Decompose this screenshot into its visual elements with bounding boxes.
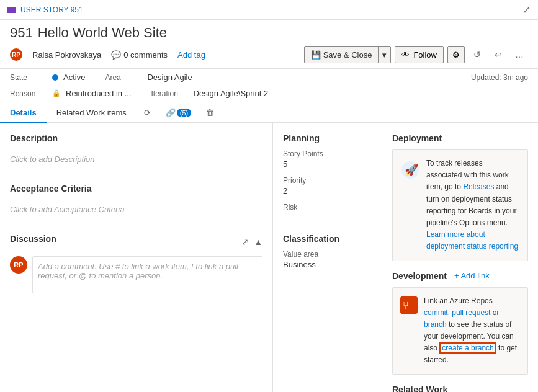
save-close-button[interactable]: 💾 Save & Close ▾ — [304, 46, 392, 63]
dev-or-text: or — [490, 308, 499, 317]
classification-section: Classification Value area Business — [283, 234, 382, 269]
save-close-main[interactable]: 💾 Save & Close — [305, 47, 379, 63]
title-row: 951 Hello World Web Site — [0, 20, 538, 43]
svg-text:🚀: 🚀 — [405, 163, 419, 177]
trash-icon: 🗑 — [206, 108, 214, 117]
discussion-avatar: RP — [10, 256, 27, 274]
dev-desc-prefix: Link an Azure Repos — [424, 296, 493, 305]
risk-field: Risk — [283, 203, 382, 224]
expand-icon[interactable]: ⤢ — [522, 4, 531, 16]
eye-icon: 👁 — [401, 50, 410, 60]
related-work-title: Related Work — [392, 385, 528, 392]
area-field: Area Design Agile — [105, 73, 192, 82]
area-value[interactable]: Design Agile — [147, 73, 192, 82]
comments-count: 0 comments — [123, 50, 168, 60]
meta-row: RP Raisa Pokrovskaya 💬 0 comments Add ta… — [0, 43, 538, 69]
discussion-header: Discussion ⤢ ▲ — [10, 234, 262, 250]
branch-link[interactable]: branch — [424, 320, 447, 329]
ellipsis-icon: … — [515, 50, 524, 60]
add-tag-button[interactable]: Add tag — [177, 50, 205, 60]
pull-request-link[interactable]: pull request — [452, 308, 490, 317]
updated-text: Updated: 3m ago — [471, 73, 528, 82]
development-title: Development — [392, 271, 447, 281]
state-field: State Active — [10, 73, 85, 82]
meta-right: 💾 Save & Close ▾ 👁 Follow ⚙ ↺ ↩ … — [304, 46, 528, 63]
work-item-title[interactable]: Hello World Web Site — [38, 25, 167, 41]
reason-value[interactable]: Reintroduced in ... — [66, 89, 132, 98]
deployment-text: To track releases associated with this w… — [426, 158, 520, 253]
story-points-field: Story Points 5 — [283, 149, 382, 169]
releases-link[interactable]: Releases — [463, 182, 494, 191]
follow-button[interactable]: 👁 Follow — [395, 46, 444, 63]
acceptance-criteria-placeholder[interactable]: Click to add Acceptance Criteria — [10, 200, 262, 219]
tab-related-work-items[interactable]: Related Work items — [47, 103, 137, 123]
discussion-actions: ⤢ ▲ — [241, 237, 262, 247]
save-close-dropdown[interactable]: ▾ — [379, 47, 390, 63]
save-icon: 💾 — [311, 50, 321, 60]
risk-value[interactable] — [283, 213, 382, 224]
development-box: ⑂ Link an Azure Repos commit, pull reque… — [392, 287, 528, 375]
discussion-input[interactable]: Add a comment. Use # to link a work item… — [32, 256, 262, 293]
reason-field: Reason 🔒 Reintroduced in ... — [10, 89, 132, 98]
svg-text:⑂: ⑂ — [403, 300, 409, 311]
related-work-section: Related Work — [392, 385, 528, 392]
acceptance-criteria-title: Acceptance Criteria — [10, 184, 262, 194]
undo-button[interactable]: ↩ — [490, 46, 507, 63]
commit-link[interactable]: commit — [424, 308, 448, 317]
settings-button[interactable]: ⚙ — [447, 46, 465, 63]
avatar: RP — [10, 48, 22, 61]
top-bar: USER STORY 951 ⤢ — [0, 0, 538, 20]
description-placeholder[interactable]: Click to add Description — [10, 149, 262, 169]
description-title: Description — [10, 133, 262, 143]
deployment-icon: 🚀 — [400, 160, 420, 180]
deployment-column: Deployment 🚀 To track releases associate… — [392, 133, 528, 391]
left-panel: Description Click to add Description Acc… — [0, 123, 273, 392]
learn-more-link[interactable]: Learn more about deployment status repor… — [426, 230, 518, 251]
planning-title: Planning — [283, 133, 382, 143]
priority-field: Priority 2 — [283, 176, 382, 195]
work-item-id: 951 — [10, 25, 33, 41]
deployment-section: Deployment 🚀 To track releases associate… — [392, 133, 528, 261]
more-options-button[interactable]: … — [511, 46, 528, 63]
iteration-field: Iteration Design Agile\Sprint 2 — [151, 89, 269, 98]
tab-links[interactable]: 🔗 (5) — [158, 103, 199, 123]
iteration-label: Iteration — [151, 89, 189, 98]
tab-details[interactable]: Details — [0, 103, 47, 123]
value-area-value[interactable]: Business — [283, 260, 382, 269]
story-points-value[interactable]: 5 — [283, 159, 382, 169]
tab-trash[interactable]: 🗑 — [199, 103, 222, 123]
discussion-title: Discussion — [10, 234, 56, 244]
create-branch-link[interactable]: create a branch — [439, 342, 496, 354]
deployment-box: 🚀 To track releases associated with this… — [392, 149, 528, 261]
links-badge: (5) — [177, 109, 191, 117]
breadcrumb[interactable]: USER STORY 951 — [7, 6, 83, 14]
state-value[interactable]: Active — [63, 73, 85, 82]
author-name: Raisa Pokrovskaya — [32, 50, 101, 60]
development-header: Development + Add link — [392, 271, 528, 281]
tab-history[interactable]: ⟳ — [137, 103, 158, 123]
tabs-row: Details Related Work items ⟳ 🔗 (5) 🗑 — [0, 103, 538, 123]
priority-value[interactable]: 2 — [283, 186, 382, 195]
value-area-field: Value area Business — [283, 250, 382, 269]
area-label: Area — [105, 73, 142, 82]
add-link-button[interactable]: + Add link — [454, 271, 490, 280]
history-icon: ⟳ — [144, 108, 151, 117]
right-inner: Planning Story Points 5 Priority 2 Risk — [283, 133, 528, 391]
description-section: Description Click to add Description — [10, 133, 262, 169]
state-row: State Active Area Design Agile Updated: … — [0, 69, 538, 86]
classification-title: Classification — [283, 234, 382, 244]
collapse-discussion-icon[interactable]: ▲ — [254, 237, 262, 247]
expand-discussion-icon[interactable]: ⤢ — [241, 237, 249, 247]
right-panel: Planning Story Points 5 Priority 2 Risk — [273, 123, 538, 392]
user-story-icon — [7, 7, 16, 13]
deployment-title: Deployment — [392, 133, 528, 143]
story-points-label: Story Points — [283, 149, 382, 158]
development-section: Development + Add link ⑂ Link an Azure R… — [392, 271, 528, 375]
comments-button[interactable]: 💬 0 comments — [111, 50, 168, 60]
lock-icon: 🔒 — [52, 89, 61, 97]
iteration-value[interactable]: Design Agile\Sprint 2 — [194, 89, 269, 98]
iteration-row: Reason 🔒 Reintroduced in ... Iteration D… — [0, 86, 538, 103]
discussion-input-area: RP Add a comment. Use # to link a work i… — [10, 256, 262, 293]
refresh-button[interactable]: ↺ — [469, 46, 486, 63]
reason-label: Reason — [10, 89, 47, 98]
